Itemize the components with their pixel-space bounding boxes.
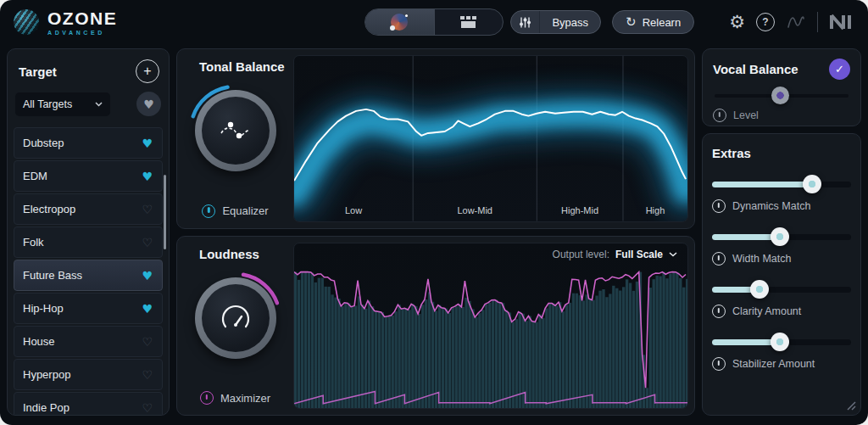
spectrum-curve xyxy=(294,56,687,221)
relearn-label: Relearn xyxy=(643,16,682,29)
extras-panel: Extras Dynamics Match Width Match xyxy=(702,133,861,416)
extras-slider[interactable] xyxy=(712,227,851,246)
extras-slider-handle[interactable] xyxy=(771,227,789,246)
favorite-heart-icon[interactable]: ♡ xyxy=(142,368,153,382)
output-level-label: Output level: xyxy=(553,249,609,260)
target-label: Dubstep xyxy=(23,137,64,149)
native-instruments-logo-icon xyxy=(829,14,854,31)
equalizer-power-icon[interactable] xyxy=(202,204,215,218)
target-list-scrollbar[interactable] xyxy=(164,175,166,249)
target-list-item[interactable]: EDM ♥ xyxy=(14,160,163,192)
extras-slider-block: Stabilizer Amount xyxy=(712,333,851,371)
favorite-heart-icon[interactable]: ♡ xyxy=(142,335,153,349)
loudness-title: Loudness xyxy=(177,247,259,261)
output-level-value[interactable]: Full Scale xyxy=(615,249,663,260)
tonal-balance-title: Tonal Balance xyxy=(177,59,285,74)
chevron-down-icon xyxy=(95,102,103,107)
extras-power-icon[interactable] xyxy=(712,252,726,266)
tonal-balance-panel: Tonal Balance xyxy=(176,48,695,229)
extras-slider[interactable] xyxy=(712,333,851,351)
vocal-balance-panel: Vocal Balance ✓ Level xyxy=(702,48,861,126)
help-icon[interactable]: ? xyxy=(756,13,775,31)
target-label: Hyperpop xyxy=(23,368,70,381)
target-label: Indie Pop xyxy=(23,401,70,414)
app-logo: OZONE ADVANCED xyxy=(14,9,117,36)
izotope-signature-icon xyxy=(786,13,806,31)
extras-slider-handle[interactable] xyxy=(771,333,789,351)
extras-title: Extras xyxy=(712,146,851,160)
vocal-level-power-icon[interactable] xyxy=(713,109,726,122)
extras-power-icon[interactable] xyxy=(712,199,726,213)
view-mode-toggle[interactable] xyxy=(364,8,504,36)
target-panel-title: Target xyxy=(19,64,57,79)
loudness-waveform xyxy=(294,266,687,409)
vocal-level-label: Level xyxy=(733,109,759,121)
favorite-heart-icon[interactable]: ♥ xyxy=(142,302,153,316)
vocal-level-handle[interactable] xyxy=(771,87,789,104)
extras-slider-handle[interactable] xyxy=(803,175,821,193)
target-sidebar: Target + All Targets ♥ Dubstep ♥ EDM ♥ E… xyxy=(7,48,170,416)
vocal-balance-check-icon[interactable]: ✓ xyxy=(829,59,850,80)
maximizer-power-icon[interactable] xyxy=(200,391,214,405)
favorite-heart-icon[interactable]: ♡ xyxy=(142,203,153,216)
target-list-item[interactable]: Hip-Hop ♥ xyxy=(14,293,163,324)
band-labels: Low Low-Mid High-Mid High xyxy=(294,205,687,215)
extras-power-icon[interactable] xyxy=(712,357,726,371)
vocal-level-slider[interactable] xyxy=(715,87,849,105)
add-target-button[interactable]: + xyxy=(136,59,159,83)
target-list-item[interactable]: Dubstep ♥ xyxy=(14,127,163,159)
target-list-item[interactable]: Indie Pop ♡ xyxy=(14,392,163,416)
favorite-heart-icon[interactable]: ♥ xyxy=(142,269,153,282)
extras-slider-block: Dynamics Match xyxy=(712,175,851,213)
extras-slider[interactable] xyxy=(712,175,851,193)
equalizer-knob[interactable] xyxy=(187,82,284,179)
bypass-label: Bypass xyxy=(540,16,600,29)
target-list: Dubstep ♥ EDM ♥ Electropop ♡ Folk ♡ Futu… xyxy=(14,127,163,416)
favorites-filter-button[interactable]: ♥ xyxy=(136,92,161,116)
favorite-heart-icon[interactable]: ♡ xyxy=(142,236,153,249)
ozone-window: OZONE ADVANCED xyxy=(0,0,868,425)
relearn-button[interactable]: ↻ Relearn xyxy=(612,10,694,34)
extras-sliders: Dynamics Match Width Match Clarity Amoun… xyxy=(712,175,851,371)
target-list-item[interactable]: Hyperpop ♡ xyxy=(14,359,163,390)
assistant-sphere-icon xyxy=(391,14,408,31)
loudness-panel: Loudness xyxy=(176,236,695,417)
top-bar: OZONE ADVANCED xyxy=(0,0,868,44)
target-list-item[interactable]: Folk ♡ xyxy=(14,226,163,258)
extras-slider-handle[interactable] xyxy=(750,280,769,299)
favorite-heart-icon[interactable]: ♥ xyxy=(142,137,153,150)
ozone-sphere-logo-icon xyxy=(14,9,39,35)
equalizer-label: Equalizer xyxy=(222,204,268,217)
band-low-mid: Low-Mid xyxy=(413,205,537,215)
target-label: House xyxy=(23,335,55,348)
chevron-down-icon[interactable] xyxy=(669,252,677,257)
right-column: Vocal Balance ✓ Level Extras Dyna xyxy=(702,48,861,416)
target-filter-dropdown[interactable]: All Targets xyxy=(15,92,110,116)
faders-icon xyxy=(511,11,540,33)
detailed-view-tab[interactable] xyxy=(434,9,504,35)
center-column: Tonal Balance xyxy=(176,48,695,416)
favorite-heart-icon[interactable]: ♥ xyxy=(142,170,153,183)
target-list-item[interactable]: Future Bass ♥ xyxy=(14,260,163,291)
target-label: Hip-Hop xyxy=(23,302,64,315)
extras-power-icon[interactable] xyxy=(712,305,726,318)
favorite-heart-icon[interactable]: ♡ xyxy=(142,401,153,415)
extras-slider-label: Width Match xyxy=(732,253,791,265)
band-high: High xyxy=(623,205,687,215)
settings-gear-icon[interactable]: ⚙ xyxy=(729,12,745,32)
target-list-item[interactable]: Electropop ♡ xyxy=(14,193,163,225)
relearn-arrow-icon: ↻ xyxy=(626,14,637,30)
band-low: Low xyxy=(294,205,413,215)
bypass-button[interactable]: Bypass xyxy=(510,10,601,34)
extras-slider[interactable] xyxy=(712,280,851,299)
eq-curve-icon xyxy=(218,118,253,143)
divider xyxy=(817,12,818,32)
resize-handle-icon[interactable] xyxy=(846,400,856,411)
target-list-item[interactable]: House ♡ xyxy=(14,326,163,357)
assistant-view-tab[interactable] xyxy=(365,9,434,35)
top-bar-right: Bypass ↻ Relearn ⚙ ? xyxy=(510,10,854,34)
logo-subtitle: ADVANCED xyxy=(47,30,117,36)
maximizer-knob[interactable] xyxy=(187,270,284,366)
target-filter-value: All Targets xyxy=(23,98,72,110)
maximizer-label: Maximizer xyxy=(220,392,270,405)
